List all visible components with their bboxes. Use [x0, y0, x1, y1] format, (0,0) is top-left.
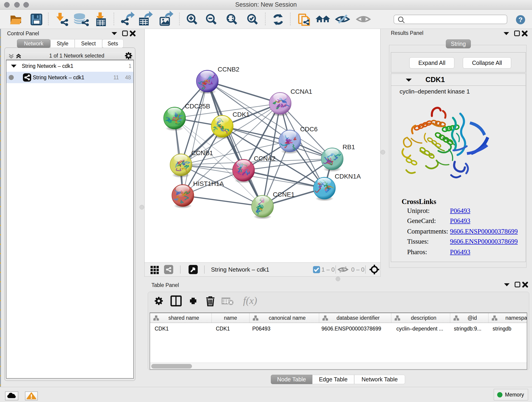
- svg-text:CDK1: CDK1: [233, 111, 250, 118]
- svg-text:String Network – cdk1: String Network – cdk1: [211, 266, 269, 273]
- svg-text:CDC25B: CDC25B: [185, 103, 210, 110]
- svg-text:?: ?: [519, 16, 523, 23]
- svg-text:f(x): f(x): [243, 295, 257, 306]
- svg-text:CCNA2: CCNA2: [254, 155, 276, 162]
- svg-text:CDC6: CDC6: [300, 126, 317, 133]
- svg-text:CCNB1: CCNB1: [191, 149, 213, 157]
- svg-text:RB1: RB1: [342, 143, 355, 151]
- svg-text:0 – 0: 0 – 0: [351, 266, 365, 273]
- svg-text:CCNB2: CCNB2: [218, 66, 239, 73]
- svg-text:CDKN1A: CDKN1A: [335, 173, 361, 180]
- svg-text:CCNA1: CCNA1: [291, 88, 312, 95]
- svg-text:CCNE1: CCNE1: [273, 191, 295, 198]
- svg-text:1 – 0: 1 – 0: [322, 266, 335, 273]
- svg-text:HIST1H1A: HIST1H1A: [193, 180, 224, 187]
